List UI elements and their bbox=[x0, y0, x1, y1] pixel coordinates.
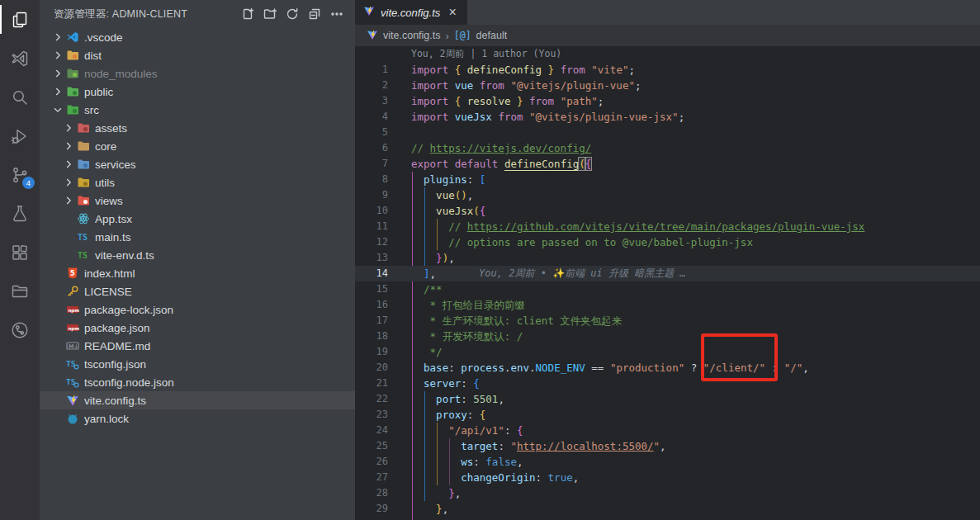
line-number[interactable]: 21 bbox=[355, 376, 388, 391]
line-number[interactable]: 8 bbox=[355, 172, 388, 187]
code-line-5[interactable]: 5 bbox=[355, 125, 980, 140]
line-number[interactable]: 10 bbox=[355, 203, 388, 219]
tree-item-index.html[interactable]: 5index.html bbox=[40, 264, 355, 282]
code-line-8[interactable]: 8 plugins: [ bbox=[355, 172, 980, 187]
tree-item-dist[interactable]: dist bbox=[40, 46, 355, 64]
code-line-11[interactable]: 11 // https://github.com/vitejs/vite/tre… bbox=[355, 219, 980, 234]
collapse-all-icon[interactable] bbox=[306, 6, 323, 22]
tree-item-public[interactable]: public bbox=[40, 83, 355, 101]
code-line-23[interactable]: 23 proxy: { bbox=[355, 407, 980, 423]
code-line-30[interactable]: 30 bbox=[355, 517, 980, 520]
line-number[interactable]: 22 bbox=[355, 391, 388, 407]
line-number[interactable]: 25 bbox=[355, 438, 388, 454]
line-number[interactable]: 29 bbox=[355, 501, 388, 517]
code-line-10[interactable]: 10 vueJsx({ bbox=[355, 203, 980, 219]
line-number[interactable]: 4 bbox=[355, 109, 388, 125]
code-line-6[interactable]: 6// https://vitejs.dev/config/ bbox=[355, 140, 980, 156]
code-line-28[interactable]: 28 }, bbox=[355, 485, 980, 501]
chevron-right-icon[interactable] bbox=[51, 49, 64, 62]
line-number[interactable]: 12 bbox=[355, 234, 388, 250]
line-number[interactable]: 17 bbox=[355, 313, 388, 329]
tree-item-services[interactable]: services bbox=[40, 155, 355, 173]
code-line-12[interactable]: 12 // options are passed on to @vue/babe… bbox=[355, 234, 980, 250]
tree-item-package.json[interactable]: npmpackage.json bbox=[40, 319, 355, 337]
chevron-right-icon[interactable] bbox=[62, 176, 75, 189]
tab-close-icon[interactable]: × bbox=[446, 6, 459, 19]
line-number[interactable]: 13 bbox=[355, 250, 388, 266]
activity-vs-logo-icon[interactable] bbox=[0, 39, 40, 78]
line-number[interactable]: 6 bbox=[355, 140, 388, 156]
code-line-14[interactable]: 14 ],You, 2周前 • ✨前端 ui 升级 暗黑主题 … bbox=[355, 266, 980, 281]
activity-git-graph-icon[interactable] bbox=[0, 310, 40, 349]
line-number[interactable]: 9 bbox=[355, 187, 388, 203]
code-line-2[interactable]: 2import vue from "@vitejs/plugin-vue"; bbox=[355, 78, 980, 93]
tree-item-vite.config.ts[interactable]: vite.config.ts bbox=[40, 391, 355, 409]
tree-item-src[interactable]: src bbox=[40, 101, 355, 119]
code-line-18[interactable]: 18 * 开发环境默认: / bbox=[355, 329, 980, 344]
breadcrumb-symbol[interactable]: default bbox=[476, 30, 508, 41]
tree-item-main.ts[interactable]: TSmain.ts bbox=[40, 228, 355, 246]
activity-extensions-icon[interactable] bbox=[0, 233, 40, 272]
code-line-20[interactable]: 20 base: process.env.NODE_ENV == "produc… bbox=[355, 360, 980, 376]
code-line-19[interactable]: 19 */ bbox=[355, 344, 980, 360]
code-editor[interactable]: You, 2周前 | 1 author (You)1import { defin… bbox=[355, 46, 980, 520]
tree-item-yarn.lock[interactable]: yarn.lock bbox=[40, 409, 355, 428]
code-line-26[interactable]: 26 ws: false, bbox=[355, 454, 980, 470]
new-file-icon[interactable] bbox=[239, 6, 256, 22]
code-line-21[interactable]: 21 server: { bbox=[355, 376, 980, 391]
tree-item-app.tsx[interactable]: App.tsx bbox=[40, 210, 355, 228]
code-line-29[interactable]: 29 }, bbox=[355, 501, 980, 517]
activity-project-folder-icon[interactable] bbox=[0, 272, 40, 310]
code-line-22[interactable]: 22 port: 5501, bbox=[355, 391, 980, 407]
activity-search-icon[interactable] bbox=[0, 78, 40, 116]
line-number[interactable]: 7 bbox=[355, 156, 388, 172]
activity-run-debug-icon[interactable] bbox=[0, 116, 40, 155]
tree-item-core[interactable]: core bbox=[40, 137, 355, 155]
code-line-4[interactable]: 4import vueJsx from "@vitejs/plugin-vue-… bbox=[355, 109, 980, 125]
line-number[interactable]: 28 bbox=[355, 485, 388, 501]
code-line-13[interactable]: 13 }), bbox=[355, 250, 980, 266]
tree-item-tsconfig.node.json[interactable]: TStsconfig.node.json bbox=[40, 373, 355, 391]
activity-source-control-icon[interactable]: 4 bbox=[0, 155, 40, 194]
line-number[interactable]: 15 bbox=[355, 281, 388, 297]
line-number[interactable]: 20 bbox=[355, 360, 388, 376]
chevron-right-icon[interactable] bbox=[62, 194, 75, 207]
code-line-25[interactable]: 25 target: "http://localhost:5500/", bbox=[355, 438, 980, 454]
tree-item-views[interactable]: views bbox=[40, 191, 355, 210]
line-number[interactable]: 24 bbox=[355, 423, 388, 438]
chevron-right-icon[interactable] bbox=[62, 139, 75, 153]
code-line-24[interactable]: 24 "/api/v1": { bbox=[355, 423, 980, 438]
new-folder-icon[interactable] bbox=[262, 6, 278, 22]
line-number[interactable]: 30 bbox=[355, 517, 388, 520]
code-line-7[interactable]: 7export default defineConfig({ bbox=[355, 156, 980, 172]
line-number[interactable]: 19 bbox=[355, 344, 388, 360]
tree-item-license[interactable]: LICENSE bbox=[40, 282, 355, 300]
tree-item-assets[interactable]: assets bbox=[40, 119, 355, 137]
code-line-3[interactable]: 3import { resolve } from "path"; bbox=[355, 93, 980, 109]
tree-item-tsconfig.json[interactable]: TStsconfig.json bbox=[40, 355, 355, 373]
line-number[interactable]: 3 bbox=[355, 93, 388, 109]
tree-item-.vscode[interactable]: .vscode bbox=[40, 28, 355, 46]
line-number[interactable]: 26 bbox=[355, 454, 388, 470]
line-number[interactable]: 1 bbox=[355, 62, 388, 78]
code-line-17[interactable]: 17 * 生产环境默认: client 文件夹包起来 bbox=[355, 313, 980, 329]
chevron-right-icon[interactable] bbox=[62, 158, 75, 171]
chevron-right-icon[interactable] bbox=[51, 67, 64, 80]
tree-item-readme.md[interactable]: M↓README.md bbox=[40, 337, 355, 355]
code-line-9[interactable]: 9 vue(), bbox=[355, 187, 980, 203]
line-number[interactable]: 2 bbox=[355, 78, 388, 93]
refresh-icon[interactable] bbox=[284, 6, 301, 22]
line-number[interactable]: 18 bbox=[355, 329, 388, 344]
git-lens-authors[interactable]: You, 2周前 | 1 author (You) bbox=[355, 46, 980, 62]
breadcrumb-file[interactable]: vite.config.ts bbox=[383, 30, 440, 41]
tree-item-vite-env.d.ts[interactable]: TSvite-env.d.ts bbox=[40, 246, 355, 264]
chevron-right-icon[interactable] bbox=[51, 85, 64, 98]
chevron-right-icon[interactable] bbox=[62, 121, 75, 135]
chevron-right-icon[interactable] bbox=[51, 31, 64, 44]
code-line-15[interactable]: 15 /** bbox=[355, 281, 980, 297]
line-number[interactable]: 27 bbox=[355, 470, 388, 485]
line-number[interactable]: 16 bbox=[355, 297, 388, 313]
activity-test-beaker-icon[interactable] bbox=[0, 194, 40, 233]
code-line-1[interactable]: 1import { defineConfig } from "vite"; bbox=[355, 62, 980, 78]
line-number[interactable]: 23 bbox=[355, 407, 388, 423]
